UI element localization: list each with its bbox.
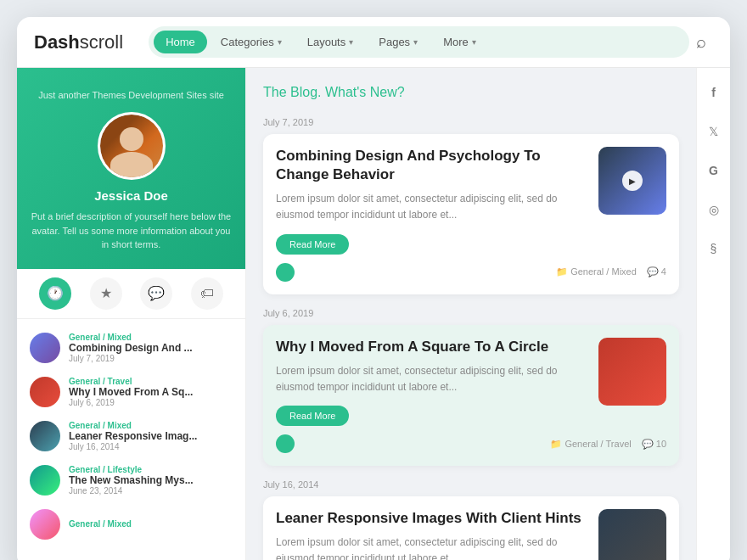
article-date: July 7, 2019 [263,117,679,127]
list-category: General / Mixed [69,333,233,342]
search-icon: ⌕ [696,32,706,51]
article-comments: 💬 4 [647,266,666,277]
article-title: Combining Design And Psychology To Chang… [276,147,586,184]
sidebar-article-list: General / Mixed Combining Design And ...… [17,319,245,553]
list-thumbnail [30,509,60,540]
list-date: June 23, 2014 [69,486,233,496]
sidebar-tab-comments[interactable]: 💬 [140,277,172,310]
list-title: Combining Design And ... [69,342,233,354]
list-date: July 7, 2019 [69,354,233,363]
list-category: General / Mixed [69,519,233,529]
blog-title-text: The Blog. [263,85,325,99]
chevron-down-icon: ▾ [278,37,282,47]
article-footer: 📁 General / Mixed 💬 4 [276,263,666,282]
list-title: The New Smashing Mys... [69,474,233,486]
list-thumbnail [30,377,60,407]
nav-item-home[interactable]: Home [154,31,207,53]
article-title: Leaner Responsive Images With Client Hin… [276,509,586,528]
article-inner: Combining Design And Psychology To Chang… [276,147,666,255]
list-item[interactable]: General / Mixed [17,502,245,546]
article-thumbnail [598,338,666,406]
sidebar-tab-tags[interactable]: 🏷 [191,277,223,310]
article-card: Why I Moved From A Square To A Circle Lo… [263,325,679,466]
chevron-down-icon: ▾ [472,37,476,47]
article-meta: 📁 General / Mixed 💬 4 [556,266,666,277]
article-excerpt: Lorem ipsum dolor sit amet, consectetur … [276,191,586,223]
sidebar-tab-recent[interactable]: 🕐 [39,277,71,310]
play-icon: ▶ [622,171,643,191]
user-name: Jessica Doe [30,188,233,203]
chevron-down-icon: ▾ [349,37,353,47]
main-layout: Just another Themes Development Sites si… [17,68,730,560]
article-category: 📁 General / Travel [550,439,631,450]
article-group: July 6, 2019 Why I Moved From A Square T… [263,308,679,466]
list-date: July 6, 2019 [69,398,233,407]
avatar [98,112,166,180]
chevron-down-icon: ▾ [413,37,418,47]
sidebar-description: Just another Themes Development Sites si… [30,89,233,102]
logo-bold: Dash [34,31,80,53]
nav-item-layouts[interactable]: Layouts ▾ [295,31,366,53]
article-comments: 💬 10 [642,439,666,450]
article-body: Combining Design And Psychology To Chang… [276,147,586,255]
article-inner: Leaner Responsive Images With Client Hin… [276,509,666,560]
avatar-image [100,115,163,177]
article-body: Why I Moved From A Square To A Circle Lo… [276,338,586,426]
article-group: July 16, 2014 Leaner Responsive Images W… [263,479,679,560]
sidebar: Just another Themes Development Sites si… [17,68,246,560]
article-footer: 📁 General / Travel 💬 10 [276,434,666,453]
article-card: Leaner Responsive Images With Client Hin… [263,496,679,560]
read-more-button[interactable]: Read More [276,406,349,426]
list-item[interactable]: General / Travel Why I Moved From A Sq..… [17,370,245,414]
list-thumbnail [30,333,60,363]
list-title: Leaner Responsive Imag... [69,430,233,442]
list-item[interactable]: General / Mixed Leaner Responsive Imag..… [17,414,245,458]
article-group: July 7, 2019 Combining Design And Psycho… [263,117,679,294]
facebook-icon[interactable]: f [702,81,726,104]
author-avatar [276,434,295,453]
logo-light: scroll [80,31,123,53]
list-item[interactable]: General / Mixed Combining Design And ...… [17,326,245,370]
article-body: Leaner Responsive Images With Client Hin… [276,509,586,560]
article-inner: Why I Moved From A Square To A Circle Lo… [276,338,666,426]
article-category: 📁 General / Mixed [556,266,637,277]
main-nav: Home Categories ▾ Layouts ▾ Pages ▾ More… [149,26,689,58]
list-title: Why I Moved From A Sq... [69,386,233,398]
article-date: July 6, 2019 [263,308,679,318]
blog-title: The Blog. What's New? [263,85,679,100]
other-icon[interactable]: § [702,237,726,260]
article-title: Why I Moved From A Square To A Circle [276,338,586,356]
article-excerpt: Lorem ipsum dolor sit amet, consectetur … [276,363,586,395]
list-info: General / Mixed Combining Design And ...… [69,333,233,363]
list-info: General / Lifestyle The New Smashing Mys… [69,465,233,496]
list-category: General / Travel [69,377,233,386]
google-icon[interactable]: G [702,159,726,182]
dribbble-icon[interactable]: ◎ [702,198,726,221]
list-info: General / Mixed Leaner Responsive Imag..… [69,421,233,451]
article-thumbnail [598,509,666,560]
list-category: General / Mixed [69,421,233,430]
list-info: General / Travel Why I Moved From A Sq..… [69,377,233,407]
list-item[interactable]: General / Lifestyle The New Smashing Mys… [17,458,245,502]
article-excerpt: Lorem ipsum dolor sit amet, consectetur … [276,535,586,560]
author-avatar [276,263,295,282]
read-more-button[interactable]: Read More [276,234,349,255]
article-card: Combining Design And Psychology To Chang… [263,134,679,294]
logo: Dashscroll [34,31,123,53]
search-button[interactable]: ⌕ [689,25,713,59]
list-info: General / Mixed [69,519,233,529]
nav-item-categories[interactable]: Categories ▾ [209,31,294,53]
list-thumbnail [30,421,60,451]
sidebar-top: Just another Themes Development Sites si… [17,68,245,269]
user-bio: Put a brief description of yourself here… [30,210,233,252]
list-thumbnail [30,465,60,496]
social-bar: f 𝕏 G ◎ § [696,68,730,560]
sidebar-tab-favorites[interactable]: ★ [90,277,122,310]
twitter-icon[interactable]: 𝕏 [702,120,726,143]
header: Dashscroll Home Categories ▾ Layouts ▾ P… [17,17,730,68]
list-date: July 16, 2014 [69,442,233,451]
nav-item-more[interactable]: More ▾ [431,31,488,53]
list-category: General / Lifestyle [69,465,233,474]
nav-item-pages[interactable]: Pages ▾ [367,31,430,53]
article-meta: 📁 General / Travel 💬 10 [550,439,666,450]
